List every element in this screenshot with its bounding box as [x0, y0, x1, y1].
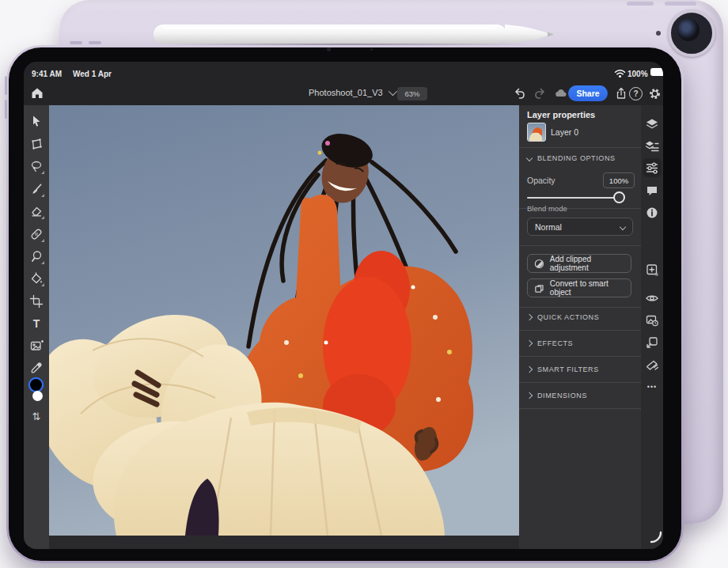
battery-icon: [650, 68, 663, 76]
workspace: T ⇅: [24, 105, 663, 549]
chevron-down-icon: [620, 223, 626, 229]
status-time: 9:41 AM: [32, 70, 62, 78]
document-title[interactable]: Photoshoot_01_V3: [309, 88, 395, 97]
section-quick-actions[interactable]: QUICK ACTIONS: [527, 313, 599, 321]
back-ipad-volume-button: [627, 2, 654, 6]
status-date: Wed 1 Apr: [73, 70, 112, 78]
opacity-value[interactable]: 100%: [603, 172, 635, 188]
help-button[interactable]: ?: [629, 87, 643, 100]
back-ipad-top-button: [665, 2, 696, 6]
apple-pencil: [152, 24, 557, 46]
redo-button[interactable]: [531, 85, 548, 102]
export-icon[interactable]: [612, 85, 630, 102]
app-toolbar: Photoshoot_01_V3 63% Share ?: [24, 82, 663, 105]
front-ipad-side-button: [5, 76, 7, 95]
foreground-color-swatch[interactable]: [30, 379, 42, 391]
chevron-right-icon: [526, 340, 533, 346]
healing-brush-tool[interactable]: [27, 225, 46, 244]
front-ipad-frame: 9:41 AM Wed 1 Apr 100% Photoshoot_01_V3 …: [6, 45, 684, 563]
right-icon-rail: •••: [641, 105, 663, 549]
layers-icon[interactable]: [643, 115, 662, 134]
settings-gear-icon[interactable]: [646, 85, 663, 102]
chevron-down-icon: [526, 155, 533, 161]
rear-camera-lens-icon: [677, 19, 700, 41]
move-tool[interactable]: [27, 112, 46, 131]
image-history-icon[interactable]: [643, 311, 662, 330]
transform-tool[interactable]: [27, 134, 46, 153]
blending-options-header[interactable]: BLENDING OPTIONS: [527, 154, 616, 162]
share-button[interactable]: Share: [568, 85, 608, 101]
eraser-tool[interactable]: [27, 202, 46, 221]
convert-smart-object-button[interactable]: Convert to smart object: [527, 278, 631, 297]
canvas-area[interactable]: [49, 105, 519, 549]
layer-name[interactable]: Layer 0: [551, 127, 578, 137]
fill-tool[interactable]: [27, 269, 46, 288]
comments-icon[interactable]: [643, 181, 662, 200]
undo-button[interactable]: [510, 85, 528, 102]
divider: [519, 356, 641, 357]
edit-adjustments-icon[interactable]: [643, 158, 662, 177]
place-photo-tool[interactable]: [27, 336, 46, 355]
layer-visibility-icon[interactable]: [643, 289, 662, 308]
opacity-label: Opacity: [527, 176, 555, 185]
section-dimensions[interactable]: DIMENSIONS: [527, 392, 587, 399]
battery-percent: 100%: [628, 70, 648, 78]
tool-rail: T ⇅: [24, 105, 49, 549]
divider: [519, 147, 641, 148]
adjustment-icon: [534, 259, 544, 269]
home-button[interactable]: [28, 85, 46, 102]
layer-properties-panel: Layer properties Layer 0 BLENDING OPTION…: [519, 105, 641, 549]
screen-corner-reflection: [649, 530, 663, 544]
type-tool[interactable]: T: [27, 314, 46, 333]
add-clipped-adjustment-button[interactable]: Add clipped adjustment: [527, 254, 631, 273]
divider: [519, 408, 641, 409]
compare-swap-icon[interactable]: ⇅: [27, 407, 46, 426]
send-backward-icon[interactable]: [643, 333, 662, 352]
front-camera-icon: [327, 47, 331, 51]
info-icon[interactable]: [643, 203, 662, 222]
divider: [519, 307, 641, 308]
blend-mode-label: Blend mode: [527, 204, 567, 213]
opacity-slider-knob[interactable]: [613, 191, 625, 203]
cloud-sync-icon[interactable]: [552, 85, 569, 102]
crop-tool[interactable]: [27, 292, 46, 311]
layer-properties-icon[interactable]: [643, 137, 662, 156]
ipad-screen: 9:41 AM Wed 1 Apr 100% Photoshoot_01_V3 …: [24, 62, 663, 549]
chevron-down-icon: [388, 87, 396, 96]
front-sensor-dot: [370, 48, 373, 51]
zoom-level-badge[interactable]: 63%: [397, 87, 427, 100]
divider: [519, 330, 641, 331]
brush-tool[interactable]: [27, 180, 46, 199]
chevron-right-icon: [526, 392, 533, 399]
divider: [519, 382, 641, 383]
chevron-right-icon: [526, 314, 533, 320]
flatten-icon[interactable]: [643, 355, 662, 374]
divider: [519, 245, 641, 246]
section-smart-filters[interactable]: SMART FILTERS: [527, 365, 599, 373]
layer-thumbnail[interactable]: [527, 123, 546, 142]
panel-title: Layer properties: [527, 110, 595, 119]
status-bar: 9:41 AM Wed 1 Apr 100%: [24, 62, 663, 82]
smart-object-icon: [534, 283, 544, 293]
more-options-icon[interactable]: •••: [643, 377, 662, 396]
section-effects[interactable]: EFFECTS: [527, 339, 573, 347]
front-ipad-side-button: [5, 100, 7, 119]
add-layer-icon[interactable]: [643, 260, 662, 279]
front-ipad-volume-button: [89, 41, 101, 44]
wifi-icon: [614, 69, 626, 78]
front-ipad-volume-button: [70, 41, 82, 44]
background-color-swatch[interactable]: [32, 391, 43, 401]
rear-mic-dot: [656, 31, 661, 36]
blend-mode-dropdown[interactable]: Normal: [527, 218, 633, 236]
photo-document[interactable]: [49, 105, 519, 536]
clone-stamp-tool[interactable]: [27, 247, 46, 266]
lasso-tool[interactable]: [27, 157, 46, 176]
chevron-right-icon: [526, 366, 533, 373]
eyedropper-tool[interactable]: [27, 358, 46, 377]
opacity-slider-track[interactable]: [527, 197, 620, 199]
